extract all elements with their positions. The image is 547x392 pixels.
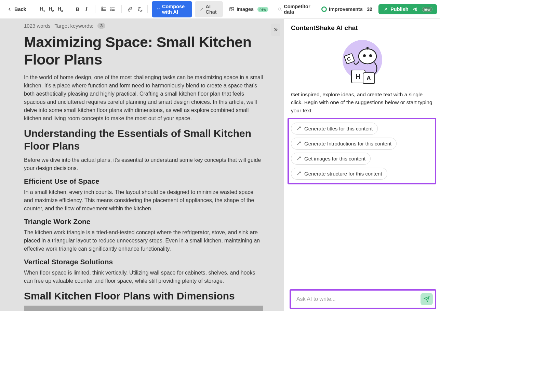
divider: [121, 5, 122, 13]
new-badge: new: [422, 7, 432, 12]
images-button[interactable]: Images new: [226, 4, 271, 14]
new-badge: new: [257, 7, 268, 12]
ai-chat-panel: ContentShake AI chat H A C Get inspired,…: [284, 19, 440, 311]
robot-illustration: H A C: [284, 34, 440, 90]
document-title[interactable]: Maximizing Space: Small Kitchen Floor Pl…: [24, 33, 263, 68]
robot-icon: H A C: [335, 36, 390, 87]
paragraph[interactable]: When floor space is limited, think verti…: [24, 269, 263, 285]
suggestion-generate-titles[interactable]: Generate titles for this content: [291, 123, 378, 135]
search-icon: [278, 6, 282, 12]
svg-point-4: [110, 9, 111, 10]
megaphone-icon: [413, 6, 418, 12]
svg-point-3: [110, 8, 111, 8]
competitor-button[interactable]: Competitor data: [275, 2, 315, 17]
compose-label: Compose with AI: [162, 4, 187, 15]
link-icon: [127, 6, 133, 12]
bullet-list-icon: [110, 6, 116, 12]
suggestion-label: Get images for this content: [304, 156, 365, 162]
bullet-list-button[interactable]: [108, 4, 117, 14]
paragraph[interactable]: The kitchen work triangle is a tried-and…: [24, 228, 263, 253]
italic-button[interactable]: I: [82, 4, 91, 14]
image-placeholder[interactable]: [24, 306, 263, 311]
keywords-count-badge[interactable]: 3: [97, 23, 105, 29]
publish-label: Publish: [390, 6, 408, 12]
chat-intro-text: Get inspired, explore ideas, and create …: [284, 90, 440, 118]
publish-button[interactable]: Publish new: [378, 4, 437, 14]
toolbar: Back H1 H2 H3 B I 123 T✕ Compose with AI…: [0, 0, 440, 19]
svg-text:A: A: [366, 75, 371, 82]
wand-icon: [200, 6, 204, 12]
images-label: Images: [237, 6, 254, 12]
list-group: 123: [99, 4, 117, 14]
svg-point-16: [359, 49, 376, 64]
send-icon: [424, 296, 430, 302]
svg-point-7: [231, 8, 232, 9]
ai-chat-label: AI Chat: [205, 4, 218, 15]
share-icon: [383, 6, 388, 12]
main-area: 1023 words Target keywords: 3 Maximizing…: [0, 19, 440, 311]
paragraph[interactable]: In the world of home design, one of the …: [24, 73, 263, 123]
heading-2[interactable]: Small Kitchen Floor Plans with Dimension…: [24, 290, 263, 303]
heading-group: H1 H2 H3: [38, 4, 65, 14]
chat-input[interactable]: [296, 296, 417, 302]
suggestion-generate-structure[interactable]: Generate structure for this content: [291, 168, 387, 180]
heading-3[interactable]: Efficient Use of Space: [24, 177, 263, 185]
heading-3[interactable]: Vertical Storage Solutions: [24, 258, 263, 266]
heading-2[interactable]: Understanding the Essentials of Small Ki…: [24, 127, 263, 152]
divider: [95, 5, 95, 13]
back-label: Back: [14, 6, 26, 12]
wand-icon: [296, 171, 302, 176]
document: 1023 words Target keywords: 3 Maximizing…: [0, 19, 284, 311]
improvements-button[interactable]: Improvements 32: [318, 4, 376, 14]
suggestion-get-images[interactable]: Get images for this content: [291, 153, 371, 165]
keywords-label: Target keywords:: [55, 23, 93, 29]
h2-button[interactable]: H2: [47, 4, 56, 14]
improvements-count: 32: [367, 6, 372, 12]
image-icon: [229, 6, 235, 12]
suggestion-label: Generate titles for this content: [304, 126, 373, 131]
word-count: 1023 words: [24, 23, 51, 29]
chat-input-wrap: [293, 293, 421, 306]
svg-point-17: [363, 54, 366, 57]
chat-title: ContentShake AI chat: [284, 19, 440, 34]
clear-format-button[interactable]: T✕: [134, 4, 143, 14]
svg-text:H: H: [356, 73, 360, 80]
suggestion-label: Generate Introductions for this content: [304, 141, 391, 146]
suggestion-label: Generate structure for this content: [304, 171, 382, 177]
competitor-label: Competitor data: [284, 4, 312, 15]
h1-button[interactable]: H1: [38, 4, 47, 14]
wand-icon: [296, 126, 302, 131]
meta-row: 1023 words Target keywords: 3: [24, 23, 263, 29]
format-group: B I: [73, 4, 91, 14]
send-button[interactable]: [421, 293, 433, 305]
paragraph[interactable]: In a small kitchen, every inch counts. T…: [24, 188, 263, 213]
svg-point-18: [369, 54, 372, 57]
compose-ai-button[interactable]: Compose with AI: [152, 1, 192, 17]
suggestions-highlight-box: Generate titles for this content Generat…: [288, 118, 436, 184]
ai-chat-button[interactable]: AI Chat: [195, 1, 223, 17]
h3-button[interactable]: H3: [56, 4, 65, 14]
improvements-label: Improvements: [329, 6, 363, 12]
chat-input-highlight-box: [290, 289, 436, 309]
divider: [147, 5, 148, 13]
link-group: T✕: [125, 4, 143, 14]
link-button[interactable]: [125, 4, 134, 14]
suggestion-generate-intros[interactable]: Generate Introductions for this content: [291, 138, 397, 150]
wand-icon: [296, 141, 302, 146]
ordered-list-icon: 123: [101, 6, 107, 12]
editor-column: 1023 words Target keywords: 3 Maximizing…: [0, 19, 284, 311]
svg-point-8: [278, 8, 281, 10]
ring-icon: [321, 6, 327, 12]
heading-3[interactable]: Triangle Work Zone: [24, 218, 263, 226]
back-button[interactable]: Back: [3, 4, 30, 14]
divider: [69, 5, 69, 13]
bold-button[interactable]: B: [73, 4, 82, 14]
svg-point-5: [110, 10, 111, 11]
ordered-list-button[interactable]: 123: [99, 4, 108, 14]
divider: [34, 5, 34, 13]
chevron-right-double-icon: [273, 27, 278, 32]
collapse-panel-button[interactable]: [271, 24, 280, 36]
svg-point-19: [366, 47, 369, 49]
paragraph[interactable]: Before we dive into the actual plans, it…: [24, 156, 263, 172]
wand-icon: [296, 156, 302, 161]
